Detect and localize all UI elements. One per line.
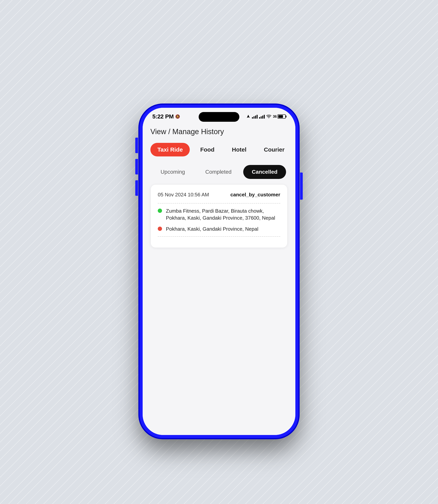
tab-completed[interactable]: Completed bbox=[197, 165, 240, 179]
app-content: View / Manage History Taxi Ride Food Hot… bbox=[143, 122, 295, 435]
booking-card: 05 Nov 2024 10:56 AM cancel_by_customer … bbox=[151, 185, 287, 248]
dropoff-dot bbox=[158, 227, 162, 231]
wifi-icon bbox=[266, 114, 271, 119]
tab-courier[interactable]: Courier bbox=[257, 143, 292, 156]
dropoff-location: Pokhara, Kaski, Gandaki Province, Nepal bbox=[158, 225, 280, 232]
tab-bike-ride[interactable]: Bike Ride bbox=[295, 143, 295, 156]
tab-upcoming[interactable]: Upcoming bbox=[152, 165, 193, 179]
status-bar-right: 36 bbox=[246, 114, 286, 119]
tab-cancelled[interactable]: Cancelled bbox=[243, 165, 286, 179]
phone-frame: 5:22 PM 🔕 bbox=[140, 105, 298, 438]
dynamic-island bbox=[199, 112, 239, 122]
tab-hotel[interactable]: Hotel bbox=[225, 143, 253, 156]
pickup-location: Zumba Fitness, Pardi Bazar, Birauta chow… bbox=[158, 208, 280, 221]
battery-fill bbox=[278, 115, 283, 118]
phone-screen: 5:22 PM 🔕 bbox=[143, 108, 295, 435]
pickup-dot bbox=[158, 208, 162, 213]
status-time: 5:22 PM bbox=[152, 113, 174, 120]
nav-arrow-icon bbox=[246, 114, 250, 119]
battery-indicator: 36 bbox=[273, 114, 286, 119]
divider-bottom bbox=[158, 236, 280, 237]
dropoff-address: Pokhara, Kaski, Gandaki Province, Nepal bbox=[166, 225, 258, 232]
mute-icon: 🔕 bbox=[175, 114, 180, 119]
pickup-address: Zumba Fitness, Pardi Bazar, Birauta chow… bbox=[166, 208, 280, 221]
battery-level: 36 bbox=[273, 115, 277, 119]
booking-datetime: 05 Nov 2024 10:56 AM bbox=[158, 192, 209, 198]
tab-food[interactable]: Food bbox=[193, 143, 221, 156]
signal-bars-2 bbox=[259, 114, 265, 119]
category-tabs: Taxi Ride Food Hotel Courier Bike Ride bbox=[150, 143, 288, 156]
tab-taxi-ride[interactable]: Taxi Ride bbox=[150, 143, 190, 156]
status-tabs: Upcoming Completed Cancelled bbox=[150, 165, 288, 179]
signal-bars-1 bbox=[252, 114, 258, 119]
booking-status: cancel_by_customer bbox=[230, 192, 280, 198]
page-title: View / Manage History bbox=[150, 128, 288, 136]
divider-top bbox=[158, 203, 280, 204]
card-header: 05 Nov 2024 10:56 AM cancel_by_customer bbox=[158, 192, 280, 198]
svg-point-0 bbox=[268, 118, 269, 118]
battery-box bbox=[277, 114, 286, 119]
